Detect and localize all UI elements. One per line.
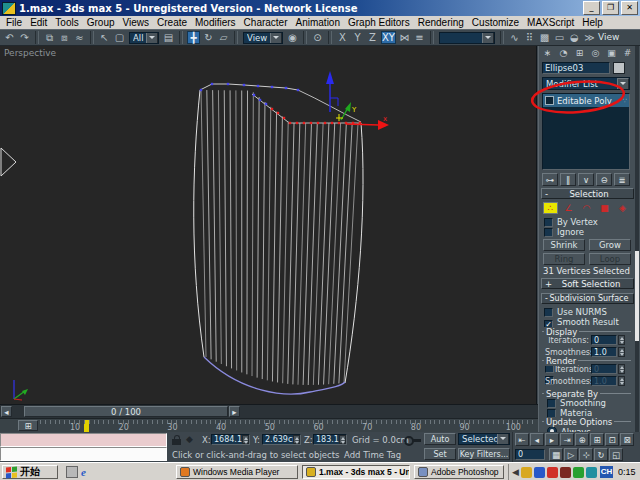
menu-views[interactable]: Views — [119, 17, 154, 28]
unlink-selection-icon[interactable]: ⧈ — [58, 31, 71, 44]
next-frame-arrow[interactable]: ▸ — [229, 406, 240, 417]
tray-icon-5[interactable] — [573, 467, 584, 478]
track-bar[interactable]: ⊞ 102030405060708090100 — [0, 418, 538, 432]
tab-motion[interactable]: ◎ — [589, 47, 602, 59]
add-time-tag[interactable]: Add Time Tag — [344, 450, 401, 460]
tray-icon-6[interactable] — [586, 467, 597, 478]
menu-file[interactable]: File — [2, 17, 26, 28]
undo-icon[interactable]: ↶ — [3, 31, 16, 44]
task-adobe-photoshop[interactable]: Adobe Photoshop — [414, 465, 504, 479]
language-indicator[interactable]: CH — [600, 466, 613, 478]
restrict-xy-plane-button[interactable]: XY — [381, 31, 396, 44]
shrink-button[interactable]: Shrink — [543, 239, 585, 251]
mirror-icon[interactable]: ⋈ — [398, 31, 411, 44]
use-nurms-checkbox[interactable]: Use NURMS — [544, 307, 607, 317]
redo-icon[interactable]: ↷ — [18, 31, 31, 44]
tab-create[interactable]: ∗ — [541, 47, 554, 59]
select-object-icon[interactable]: ↖ — [98, 31, 111, 44]
min-max-toggle-icon[interactable]: ◱ — [609, 448, 623, 461]
configure-modifier-sets-icon[interactable]: ≣ — [614, 173, 630, 186]
menu-character[interactable]: Character — [240, 17, 292, 28]
play-animation-button[interactable]: ▷ — [564, 448, 578, 461]
zoom-icon[interactable]: ⊕ — [575, 433, 589, 446]
edge-arrow-object[interactable] — [1, 148, 16, 176]
restrict-y-button[interactable]: Y — [351, 31, 364, 44]
ring-button[interactable]: Ring — [543, 253, 585, 265]
minimize-button[interactable]: _ — [583, 1, 600, 15]
previous-frame-arrow[interactable]: ◂ — [1, 406, 12, 417]
listener-line[interactable] — [0, 447, 167, 461]
menu-edit[interactable]: Edit — [26, 17, 51, 28]
align-icon[interactable]: ≡ — [413, 31, 426, 44]
panel-scrollbar-track[interactable] — [635, 46, 639, 432]
render-scene-icon[interactable]: ▭ — [553, 31, 566, 44]
display-iterations-field[interactable]: 0 — [591, 335, 617, 345]
grow-button[interactable]: Grow — [589, 239, 631, 251]
volume-icon[interactable]: ◀ — [512, 467, 519, 477]
reference-coordinate-dropdown[interactable]: View — [243, 32, 283, 44]
task-3ds-max[interactable]: 1.max - 3ds max 5 - Unre... — [302, 465, 410, 479]
set-key-button[interactable]: Set Key — [424, 448, 456, 460]
restrict-x-button[interactable]: X — [336, 31, 349, 44]
schematic-view-icon[interactable]: ⠿ — [523, 31, 536, 44]
render-iterations-spinner[interactable] — [618, 364, 625, 374]
wireframe-object[interactable] — [201, 90, 358, 385]
dropdown-arrow-icon[interactable] — [146, 32, 158, 44]
menu-graph-editors[interactable]: Graph Editors — [344, 17, 414, 28]
menu-create[interactable]: Create — [153, 17, 191, 28]
selection-filter-dropdown[interactable]: All — [129, 32, 159, 44]
render-iterations-field[interactable]: 0 — [591, 364, 617, 374]
vertex-mode-icon[interactable]: ∴ — [543, 202, 558, 214]
x-coordinate-field[interactable]: 1684.15 — [211, 434, 250, 445]
render-smoothness-spinner[interactable] — [618, 376, 625, 386]
selection-lock-icon[interactable] — [172, 435, 182, 445]
soft-selection-rollout-header[interactable]: + Soft Selection — [541, 278, 634, 289]
material-editor-icon[interactable]: ▩ — [538, 31, 551, 44]
menu-customize[interactable]: Customize — [468, 17, 523, 28]
use-pivot-point-center-icon[interactable]: ◉ — [286, 31, 299, 44]
absolute-mode-icon[interactable]: ◆ — [186, 434, 193, 444]
selection-region-icon[interactable]: ▢ — [113, 31, 126, 44]
z-coordinate-field[interactable]: 183.154 — [313, 434, 347, 445]
selection-rollout-header[interactable]: - Selection — [541, 188, 634, 199]
go-to-start-button[interactable]: ⇤ — [515, 433, 529, 446]
ie-icon[interactable]: e — [81, 466, 93, 478]
pan-view-icon[interactable]: ⊹ — [579, 448, 593, 461]
previous-frame-button[interactable]: ◂ — [530, 433, 544, 446]
select-and-rotate-icon[interactable]: ↻ — [202, 31, 215, 44]
border-mode-icon[interactable]: ◠ — [579, 202, 594, 214]
zoom-extents-all-icon[interactable]: ⊠ — [620, 433, 634, 446]
select-by-name-icon[interactable]: ▤ — [162, 31, 175, 44]
tab-display[interactable]: ▣ — [605, 47, 618, 59]
auto-key-button[interactable]: Auto Key — [424, 433, 456, 445]
restore-button[interactable]: ❐ — [602, 1, 619, 15]
curve-editor-icon[interactable]: ∿ — [508, 31, 521, 44]
go-to-end-button[interactable]: ⇥ — [560, 433, 574, 446]
show-end-result-icon[interactable]: ‖ — [560, 173, 576, 186]
subdivision-surface-rollout-header[interactable]: - Subdivision Surface — [541, 293, 634, 304]
tray-icon-2[interactable] — [534, 467, 545, 478]
menu-tools[interactable]: Tools — [51, 17, 82, 28]
polygon-mode-icon[interactable]: ■ — [597, 202, 612, 214]
render-type-icon[interactable]: ◒ — [568, 31, 581, 44]
close-button[interactable]: ✕ — [621, 1, 638, 15]
select-and-scale-icon[interactable]: ▱ — [217, 31, 230, 44]
tray-icon-4[interactable] — [560, 467, 571, 478]
set-key-icon[interactable] — [404, 436, 421, 445]
start-button[interactable]: 开始 — [2, 465, 58, 479]
viewport-canvas[interactable]: Y x — [0, 46, 537, 404]
select-and-manipulate-icon[interactable]: ⊙ — [311, 31, 324, 44]
restrict-z-button[interactable]: Z — [366, 31, 379, 44]
menu-help[interactable]: Help — [578, 17, 607, 28]
render-smoothness-field[interactable]: 1.0 — [591, 376, 617, 386]
display-iterations-spinner[interactable] — [618, 335, 625, 345]
stack-item-editable-poly[interactable]: Editable Poly ∵ — [543, 94, 629, 107]
element-mode-icon[interactable]: ◈ — [615, 202, 630, 214]
modifier-stack[interactable]: Editable Poly ∵ — [542, 93, 630, 170]
quick-render-icon[interactable]: ≫ — [583, 31, 596, 44]
transform-gizmo[interactable]: Y x — [326, 71, 389, 130]
make-unique-icon[interactable]: ∨ — [578, 173, 594, 186]
checkbox-box[interactable] — [544, 218, 553, 227]
menu-modifiers[interactable]: Modifiers — [191, 17, 240, 28]
play-button[interactable]: ▸ — [545, 433, 559, 446]
